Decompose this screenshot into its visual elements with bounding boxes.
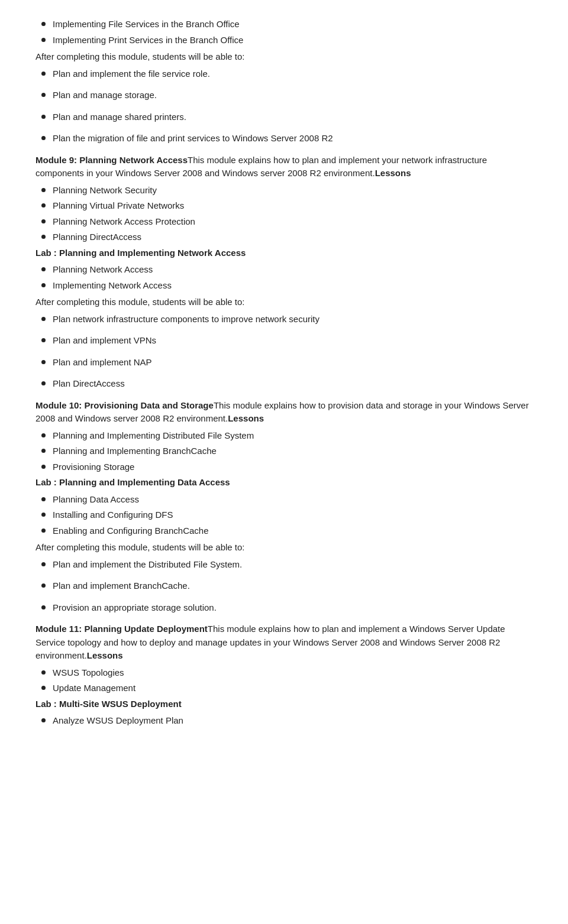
- module9-after-text: After completing this module, students w…: [36, 296, 532, 309]
- list-item: Plan and implement BranchCache.: [36, 579, 532, 593]
- list-item-text: Plan DirectAccess: [53, 377, 125, 391]
- list-item: Implementing Network Access: [36, 279, 532, 293]
- list-item-text: Planning and Implementing BranchCache: [53, 445, 217, 458]
- module11-lab-list: Analyze WSUS Deployment Plan: [36, 714, 532, 728]
- module10-lab-list: Planning Data Access Installing and Conf…: [36, 493, 532, 538]
- list-item: Planning Network Access Protection: [36, 215, 532, 229]
- bullet-icon: [41, 465, 46, 469]
- list-item-text: Planning Network Access Protection: [53, 215, 195, 229]
- list-item: Implementing File Services in the Branch…: [36, 18, 532, 31]
- list-item: Plan and implement the Distributed File …: [36, 558, 532, 572]
- module10-lab-heading-para: Lab : Planning and Implementing Data Acc…: [36, 476, 532, 489]
- bullet-icon: [41, 235, 46, 239]
- bullet-icon: [41, 449, 46, 453]
- bullet-icon: [41, 433, 46, 437]
- bullet-icon: [41, 188, 46, 192]
- bullet-icon: [41, 583, 46, 588]
- list-item: Planning Network Access: [36, 263, 532, 277]
- list-item-text: WSUS Topologies: [53, 666, 124, 680]
- module11-lessons-label: Lessons: [87, 650, 123, 660]
- module9-lab-heading-para: Lab : Planning and Implementing Network …: [36, 247, 532, 260]
- list-item-text: Planning Data Access: [53, 493, 139, 507]
- list-item-text: Plan and implement NAP: [53, 356, 152, 369]
- bullet-icon: [41, 203, 46, 208]
- bullet-icon: [41, 93, 46, 97]
- list-item: Installing and Configuring DFS: [36, 508, 532, 522]
- list-item: Planning and Implementing Distributed Fi…: [36, 429, 532, 443]
- list-item-text: Planning Virtual Private Networks: [53, 199, 184, 213]
- module9-lessons-label: Lessons: [375, 168, 411, 178]
- list-item: Plan and implement VPNs: [36, 334, 532, 348]
- list-item: Planning and Implementing BranchCache: [36, 445, 532, 458]
- list-item-text: Provision an appropriate storage solutio…: [53, 601, 217, 615]
- list-item-text: Plan and implement BranchCache.: [53, 579, 190, 593]
- bullet-icon: [41, 115, 46, 119]
- list-item-text: Planning Network Security: [53, 184, 157, 197]
- module11-lessons-list: WSUS Topologies Update Management: [36, 666, 532, 695]
- module10-after-text: After completing this module, students w…: [36, 541, 532, 555]
- module11-block: Module 11: Planning Update DeploymentThi…: [36, 623, 532, 728]
- list-item: Analyze WSUS Deployment Plan: [36, 714, 532, 728]
- list-item: Plan DirectAccess: [36, 377, 532, 391]
- bullet-icon: [41, 283, 46, 287]
- list-item: WSUS Topologies: [36, 666, 532, 680]
- bullet-icon: [41, 605, 46, 609]
- list-item-text: Plan and manage shared printers.: [53, 111, 186, 124]
- module9-lessons-list: Planning Network Security Planning Virtu…: [36, 184, 532, 244]
- list-item: Provisioning Storage: [36, 461, 532, 474]
- bullet-icon: [41, 513, 46, 517]
- module9-block: Module 9: Planning Network AccessThis mo…: [36, 154, 532, 391]
- list-item-text: Plan the migration of file and print ser…: [53, 132, 333, 145]
- module9-lab-list: Planning Network Access Implementing Net…: [36, 263, 532, 292]
- list-item-text: Analyze WSUS Deployment Plan: [53, 714, 183, 728]
- bullet-icon: [41, 136, 46, 140]
- bullet-icon: [41, 360, 46, 364]
- list-item-text: Implementing Network Access: [53, 279, 172, 293]
- list-item-text: Implementing File Services in the Branch…: [53, 18, 240, 31]
- list-item-text: Provisioning Storage: [53, 461, 134, 474]
- intro-bullet-list: Implementing File Services in the Branch…: [36, 18, 532, 47]
- bullet-icon: [41, 529, 46, 533]
- module9-after-list: Plan network infrastructure components t…: [36, 313, 532, 391]
- module11-lab-heading-para: Lab : Multi-Site WSUS Deployment: [36, 698, 532, 711]
- list-item-text: Planning Network Access: [53, 263, 153, 277]
- bullet-icon: [41, 38, 46, 42]
- list-item: Provision an appropriate storage solutio…: [36, 601, 532, 615]
- module10-lab-label: Lab : Planning and Implementing Data Acc…: [36, 477, 230, 487]
- bullet-icon: [41, 72, 46, 76]
- module11-heading: Module 11: Planning Update Deployment: [36, 624, 208, 634]
- list-item: Implementing Print Services in the Branc…: [36, 34, 532, 47]
- list-item: Planning Network Security: [36, 184, 532, 197]
- list-item-text: Planning DirectAccess: [53, 231, 141, 244]
- module10-heading: Module 10: Provisioning Data and Storage: [36, 400, 214, 410]
- list-item: Plan and implement NAP: [36, 356, 532, 369]
- bullet-icon: [41, 267, 46, 271]
- bullet-icon: [41, 381, 46, 385]
- module10-after-list: Plan and implement the Distributed File …: [36, 558, 532, 615]
- list-item-text: Plan and implement the file service role…: [53, 67, 210, 81]
- bullet-icon: [41, 497, 46, 501]
- list-item: Planning Data Access: [36, 493, 532, 507]
- list-item-text: Plan and manage storage.: [53, 89, 157, 102]
- bullet-icon: [41, 22, 46, 26]
- list-item-text: Plan and implement the Distributed File …: [53, 558, 242, 572]
- list-item: Plan and implement the file service role…: [36, 67, 532, 81]
- module10-lessons-list: Planning and Implementing Distributed Fi…: [36, 429, 532, 474]
- list-item: Plan and manage storage.: [36, 89, 532, 102]
- bullet-icon: [41, 670, 46, 675]
- bullet-icon: [41, 219, 46, 223]
- module10-block: Module 10: Provisioning Data and Storage…: [36, 399, 532, 615]
- bullet-icon: [41, 718, 46, 722]
- module10-lessons-label: Lessons: [228, 413, 264, 423]
- list-item-text: Enabling and Configuring BranchCache: [53, 524, 209, 538]
- list-item: Plan the migration of file and print ser…: [36, 132, 532, 145]
- module11-lab-label: Lab : Multi-Site WSUS Deployment: [36, 699, 182, 709]
- list-item: Plan network infrastructure components t…: [36, 313, 532, 326]
- list-item: Enabling and Configuring BranchCache: [36, 524, 532, 538]
- module9-lab-label: Lab : Planning and Implementing Network …: [36, 248, 246, 258]
- list-item-text: Implementing Print Services in the Branc…: [53, 34, 243, 47]
- intro-after-bullet-list: Plan and implement the file service role…: [36, 67, 532, 145]
- bullet-icon: [41, 686, 46, 690]
- module11-heading-para: Module 11: Planning Update DeploymentThi…: [36, 623, 532, 663]
- bullet-icon: [41, 562, 46, 566]
